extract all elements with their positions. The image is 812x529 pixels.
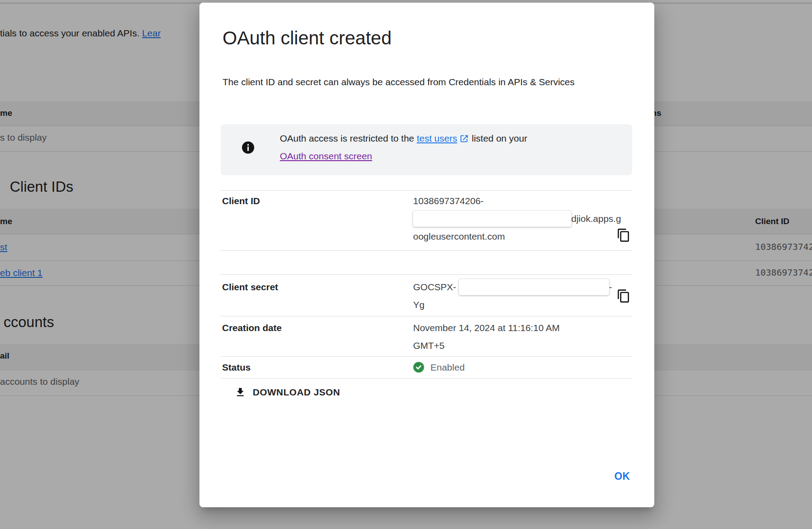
dialog-description: The client ID and secret can always be a… — [223, 73, 613, 91]
creation-date-line1: November 14, 2024 at 11:16:10 AM — [413, 319, 560, 337]
info-icon — [241, 140, 255, 155]
creation-date-value: November 14, 2024 at 11:16:10 AM GMT+5 — [413, 319, 627, 355]
status-text: Enabled — [430, 362, 465, 373]
divider — [221, 356, 632, 357]
external-link-icon — [459, 134, 469, 143]
divider — [221, 274, 632, 275]
divider — [221, 316, 632, 316]
ok-button[interactable]: OK — [606, 466, 638, 487]
client-secret-prefix: GOCSPX- — [413, 278, 456, 296]
client-id-redaction — [413, 211, 571, 227]
download-json-label: DOWNLOAD JSON — [253, 387, 340, 398]
copy-client-secret-button[interactable] — [615, 288, 632, 304]
divider — [221, 378, 632, 379]
divider — [221, 190, 632, 191]
status-value: Enabled — [412, 361, 465, 374]
oauth-client-created-dialog: OAuth client created The client ID and s… — [199, 3, 654, 507]
client-id-value: 1038697374206- djiok.apps.g oogleusercon… — [413, 192, 627, 245]
client-id-redacted-tail: djiok.apps.g — [571, 210, 621, 228]
copy-icon — [617, 228, 631, 242]
copy-icon — [617, 289, 631, 303]
client-secret-label: Client secret — [222, 282, 278, 292]
status-label: Status — [222, 362, 251, 373]
check-circle-icon — [412, 361, 425, 374]
test-users-link[interactable]: test users — [417, 130, 457, 147]
client-id-line3: oogleusercontent.com — [413, 228, 505, 245]
oauth-consent-screen-link[interactable]: OAuth consent screen — [280, 147, 372, 165]
download-json-button[interactable]: DOWNLOAD JSON — [227, 383, 346, 402]
creation-date-line2: GMT+5 — [413, 337, 445, 355]
notice-text-after: listed on your — [469, 130, 527, 147]
client-secret-value: GOCSPX- - Yg — [413, 278, 627, 314]
client-id-line1: 1038697374206- — [413, 192, 484, 210]
divider — [221, 250, 632, 251]
copy-client-id-button[interactable] — [615, 227, 632, 244]
client-secret-suffix: - — [609, 278, 612, 296]
client-id-label: Client ID — [222, 196, 260, 206]
dialog-title: OAuth client created — [223, 28, 392, 49]
notice-text-before: OAuth access is restricted to the — [280, 130, 417, 147]
creation-date-label: Creation date — [222, 323, 282, 333]
client-secret-redaction — [459, 279, 609, 295]
download-icon — [235, 387, 246, 398]
test-users-notice: OAuth access is restricted to the test u… — [221, 124, 632, 175]
client-secret-line2: Yg — [413, 296, 425, 314]
